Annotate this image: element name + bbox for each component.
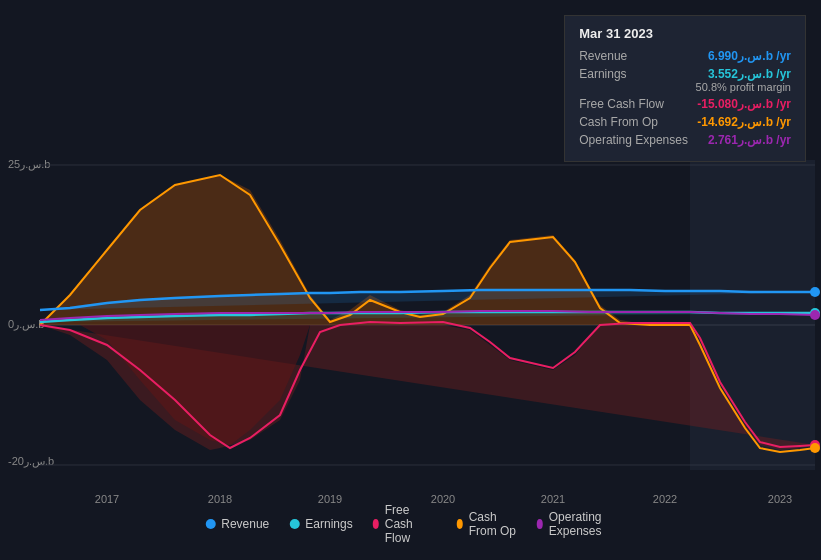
legend-cashop-label: Cash From Op: [469, 510, 517, 538]
legend-fcf[interactable]: Free Cash Flow: [373, 503, 437, 545]
tooltip-date: Mar 31 2023: [579, 26, 791, 41]
legend-cashop[interactable]: Cash From Op: [457, 510, 517, 538]
legend-cashop-dot: [457, 519, 463, 529]
tooltip-fcf-row: Free Cash Flow -15.080س.ر.b /yr: [579, 97, 791, 111]
tooltip-revenue-value: 6.990س.ر.b /yr: [708, 49, 791, 63]
legend-earnings[interactable]: Earnings: [289, 517, 352, 531]
tooltip-fcf-value: -15.080س.ر.b /yr: [697, 97, 791, 111]
svg-point-8: [810, 443, 820, 453]
legend-opex-dot: [537, 519, 543, 529]
tooltip-cashop-label: Cash From Op: [579, 115, 658, 129]
tooltip-cashop-value: -14.692س.ر.b /yr: [697, 115, 791, 129]
tooltip-cashop-row: Cash From Op -14.692س.ر.b /yr: [579, 115, 791, 129]
tooltip-earnings-value: 3.552س.ر.b /yr: [696, 67, 791, 81]
tooltip-profit-margin: 50.8% profit margin: [696, 81, 791, 93]
legend-opex[interactable]: Operating Expenses: [537, 510, 616, 538]
tooltip-opex-label: Operating Expenses: [579, 133, 688, 147]
tooltip-revenue-label: Revenue: [579, 49, 627, 63]
legend-fcf-label: Free Cash Flow: [385, 503, 437, 545]
tooltip-opex-value: 2.761س.ر.b /yr: [708, 133, 791, 147]
tooltip-revenue-row: Revenue 6.990س.ر.b /yr: [579, 49, 791, 63]
svg-point-4: [810, 287, 820, 297]
data-tooltip: Mar 31 2023 Revenue 6.990س.ر.b /yr Earni…: [564, 15, 806, 162]
tooltip-earnings-label: Earnings: [579, 67, 626, 93]
legend-earnings-dot: [289, 519, 299, 529]
chart-legend: Revenue Earnings Free Cash Flow Cash Fro…: [205, 503, 616, 545]
legend-earnings-label: Earnings: [305, 517, 352, 531]
svg-point-6: [810, 310, 820, 320]
legend-revenue[interactable]: Revenue: [205, 517, 269, 531]
tooltip-earnings-row: Earnings 3.552س.ر.b /yr 50.8% profit mar…: [579, 67, 791, 93]
legend-opex-label: Operating Expenses: [549, 510, 616, 538]
legend-revenue-label: Revenue: [221, 517, 269, 531]
tooltip-opex-row: Operating Expenses 2.761س.ر.b /yr: [579, 133, 791, 147]
legend-fcf-dot: [373, 519, 379, 529]
tooltip-fcf-label: Free Cash Flow: [579, 97, 664, 111]
legend-revenue-dot: [205, 519, 215, 529]
